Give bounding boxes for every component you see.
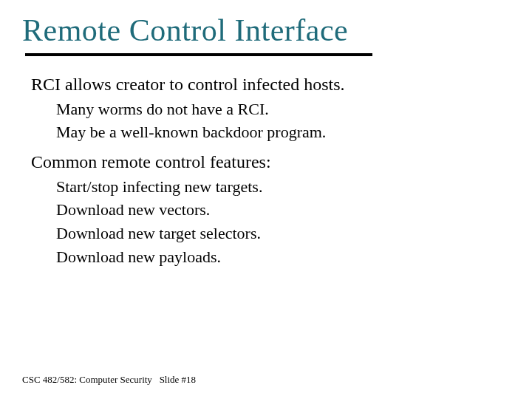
bullet-level2: Download new target selectors. [31, 222, 510, 245]
bullet-level2: Download new vectors. [31, 199, 510, 222]
bullet-level2: Start/stop infecting new targets. [31, 176, 510, 199]
bullet-level2: Many worms do not have a RCI. [31, 98, 510, 121]
footer-slide-number: Slide #18 [160, 374, 196, 385]
slide-container: Remote Control Interface RCI allows crea… [0, 0, 532, 399]
bullet-level1: Common remote control features: [31, 150, 510, 174]
bullet-level2: May be a well-known backdoor program. [31, 121, 510, 144]
slide-title: Remote Control Interface [22, 13, 510, 47]
slide-footer: CSC 482/582: Computer Security Slide #18 [22, 374, 196, 386]
title-underline [25, 53, 372, 56]
bullet-level2: Download new payloads. [31, 246, 510, 269]
footer-course: CSC 482/582: Computer Security [22, 374, 152, 385]
slide-body: RCI allows creator to control infected h… [22, 72, 510, 269]
bullet-level1: RCI allows creator to control infected h… [31, 72, 510, 96]
